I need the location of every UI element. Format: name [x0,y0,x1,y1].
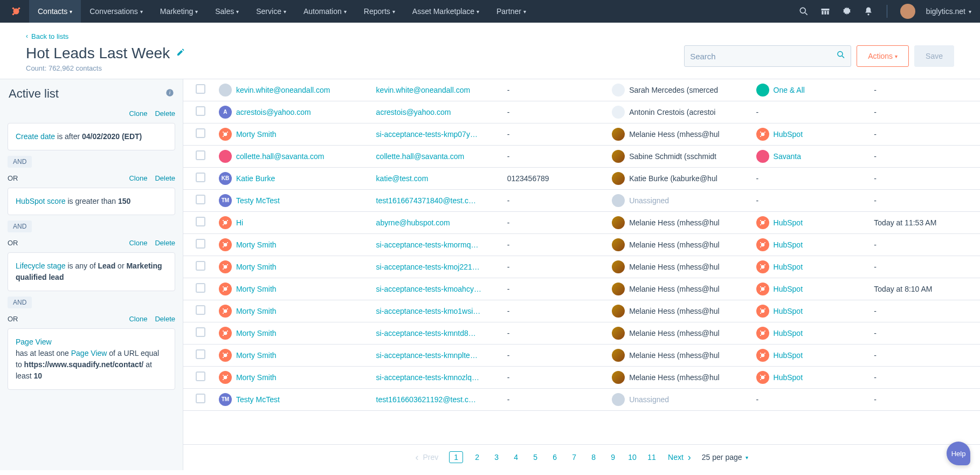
page-number[interactable]: 5 [530,453,541,462]
next-label[interactable]: Next [668,453,684,462]
filter-card[interactable]: HubSpot score is greater than 150 [8,188,175,215]
company-link[interactable]: HubSpot [774,307,803,315]
contact-email-link[interactable]: test1616603621192@test.c… [376,395,476,404]
contact-email-link[interactable]: si-acceptance-tests-kmo1wsi… [376,307,481,315]
company-link[interactable]: HubSpot [774,329,803,338]
company-link[interactable]: HubSpot [774,130,803,139]
page-number[interactable]: 9 [608,453,618,462]
contact-name-link[interactable]: Hi [236,218,243,227]
clone-filter-link[interactable]: Clone [129,239,147,247]
row-checkbox[interactable] [196,283,205,293]
marketplace-icon[interactable] [820,6,831,17]
bell-icon[interactable] [863,6,874,17]
delete-filter-link[interactable]: Delete [155,315,175,323]
nav-item-asset-marketplace[interactable]: Asset Marketplace▾ [404,0,488,23]
contact-email-link[interactable]: test1616674371840@test.c… [376,196,476,205]
nav-item-conversations[interactable]: Conversations▾ [81,0,151,23]
row-checkbox[interactable] [196,150,205,160]
back-to-lists-link[interactable]: ‹ Back to lists [26,32,68,40]
row-checkbox[interactable] [196,106,205,116]
contact-email-link[interactable]: si-acceptance-tests-kmnplte… [376,351,478,360]
page-number[interactable]: 11 [646,453,657,462]
contact-email-link[interactable]: collette.hall@savanta.com [376,152,465,161]
contact-name-link[interactable]: kevin.white@oneandall.com [236,86,330,94]
row-checkbox[interactable] [196,371,205,381]
per-page-select[interactable]: 25 per page ▾ [702,453,748,462]
row-checkbox[interactable] [196,239,205,249]
contact-email-link[interactable]: abyrne@hubspot.com [376,218,450,227]
row-checkbox[interactable] [196,128,205,138]
contact-email-link[interactable]: si-acceptance-tests-kmoahcy… [376,285,481,293]
next-arrow-icon[interactable]: › [688,452,691,463]
contact-name-link[interactable]: Katie Burke [236,174,275,183]
contact-name-link[interactable]: Morty Smith [236,329,277,338]
contact-name-link[interactable]: Morty Smith [236,130,277,139]
filter-card[interactable]: Create date is after 04/02/2020 (EDT) [8,123,175,150]
row-checkbox[interactable] [196,84,205,94]
search-icon[interactable] [798,6,809,17]
row-checkbox[interactable] [196,195,205,204]
and-button[interactable]: AND [8,221,32,232]
page-number[interactable]: 10 [627,453,638,462]
page-number[interactable]: 3 [491,453,502,462]
row-checkbox[interactable] [196,217,205,226]
row-checkbox[interactable] [196,394,205,403]
company-link[interactable]: HubSpot [774,240,803,249]
page-number[interactable]: 1 [449,451,463,463]
filter-property-link[interactable]: HubSpot score [16,197,66,205]
filter-card[interactable]: Lifecycle stage is any of Lead or Market… [8,252,175,291]
nav-item-reports[interactable]: Reports▾ [355,0,404,23]
nav-item-sales[interactable]: Sales▾ [206,0,247,23]
row-checkbox[interactable] [196,349,205,359]
filter-card[interactable]: Page Viewhas at least one Page View of a… [8,328,175,390]
contact-name-link[interactable]: Morty Smith [236,240,277,249]
contact-email-link[interactable]: si-acceptance-tests-kmnozlq… [376,373,479,382]
filter-property-link[interactable]: Page View [16,338,52,346]
company-link[interactable]: HubSpot [774,218,803,227]
avatar[interactable] [900,4,915,19]
company-link[interactable]: HubSpot [774,351,803,360]
delete-filter-link[interactable]: Delete [155,239,175,247]
delete-filter-link[interactable]: Delete [155,174,175,182]
contact-email-link[interactable]: acrestois@yahoo.com [376,108,451,116]
contact-email-link[interactable]: si-acceptance-tests-kmormq… [376,240,479,249]
contact-email-link[interactable]: si-acceptance-tests-kmntd8… [376,329,476,338]
contact-name-link[interactable]: Testy McTest [236,196,280,205]
contact-name-link[interactable]: Morty Smith [236,285,277,293]
contact-name-link[interactable]: collette.hall@savanta.com [236,152,325,161]
contact-name-link[interactable]: Morty Smith [236,373,277,382]
contact-name-link[interactable]: Morty Smith [236,263,277,271]
row-checkbox[interactable] [196,305,205,315]
row-checkbox[interactable] [196,173,205,182]
clone-filter-link[interactable]: Clone [129,174,147,182]
company-link[interactable]: HubSpot [774,263,803,271]
contact-email-link[interactable]: kevin.white@oneandall.com [376,86,471,94]
hubspot-logo-icon[interactable] [9,4,24,19]
row-checkbox[interactable] [196,261,205,271]
page-number[interactable]: 4 [510,453,521,462]
page-number[interactable]: 6 [549,453,560,462]
nav-item-automation[interactable]: Automation▾ [295,0,355,23]
row-checkbox[interactable] [196,327,205,337]
actions-button[interactable]: Actions ▾ [857,45,909,67]
clone-filter-link[interactable]: Clone [129,315,147,323]
contact-email-link[interactable]: si-acceptance-tests-kmp07y… [376,130,478,139]
and-button[interactable]: AND [8,156,32,168]
company-link[interactable]: HubSpot [774,373,803,382]
contact-name-link[interactable]: acrestois@yahoo.com [236,108,311,116]
contact-name-link[interactable]: Testy McTest [236,395,280,404]
nav-item-service[interactable]: Service▾ [247,0,295,23]
filter-property-link[interactable]: Page View [71,349,107,357]
page-number[interactable]: 7 [569,453,579,462]
nav-item-marketing[interactable]: Marketing▾ [151,0,206,23]
contact-name-link[interactable]: Morty Smith [236,351,277,360]
contact-name-link[interactable]: Morty Smith [236,307,277,315]
search-input[interactable] [684,45,851,67]
edit-pencil-icon[interactable] [176,48,185,59]
page-number[interactable]: 2 [472,453,482,462]
nav-item-contacts[interactable]: Contacts▾ [29,0,81,23]
contact-email-link[interactable]: si-acceptance-tests-kmoj221… [376,263,480,271]
nav-item-partner[interactable]: Partner▾ [488,0,535,23]
filter-property-link[interactable]: Create date [16,132,55,141]
info-icon[interactable]: i [165,88,174,99]
